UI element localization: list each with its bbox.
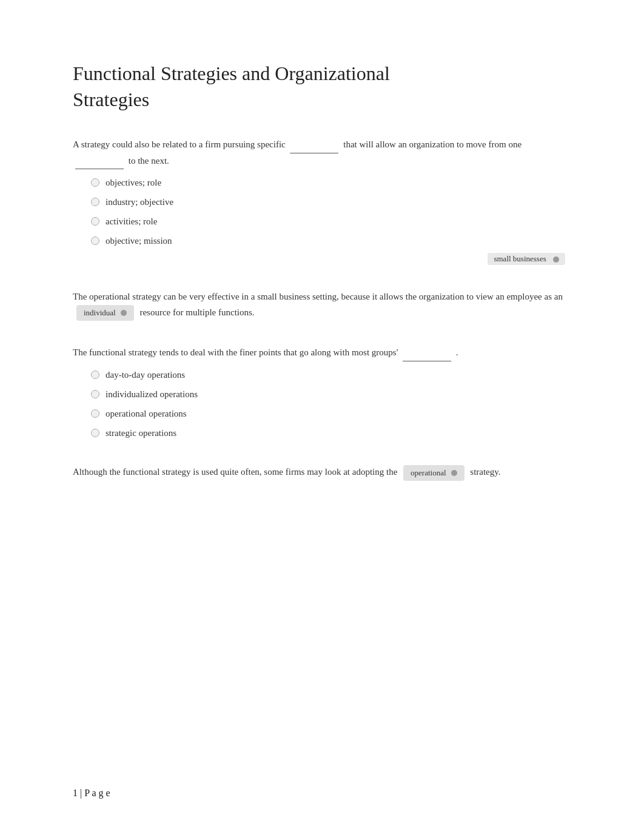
q3-options: day-to-day operations individualized ope…	[91, 367, 571, 440]
page-title: Functional Strategies and Organizational…	[73, 61, 571, 113]
radio-circle	[91, 390, 99, 398]
q2-text: The operational strategy can be very eff…	[73, 289, 571, 321]
radio-circle	[91, 409, 99, 418]
q3-option-4[interactable]: strategic operations	[91, 426, 571, 440]
q1-option-4[interactable]: objective; mission	[91, 233, 571, 248]
answer-dot	[553, 257, 559, 263]
q3-option-2[interactable]: individualized operations	[91, 387, 571, 401]
q3-text: The functional strategy tends to deal wi…	[73, 345, 571, 361]
radio-circle	[91, 371, 99, 379]
q4-answer-bubble: operational	[403, 465, 464, 481]
q1-blank1	[290, 137, 338, 153]
question-2: The operational strategy can be very eff…	[73, 289, 571, 321]
q1-text: A strategy could also be related to a fi…	[73, 137, 571, 169]
q1-option-1[interactable]: objectives; role	[91, 175, 571, 190]
radio-circle	[91, 429, 99, 437]
q1-option-3[interactable]: activities; role	[91, 214, 571, 229]
radio-circle	[91, 198, 99, 206]
answer-dot	[121, 310, 127, 316]
radio-circle	[91, 236, 99, 245]
q4-text: Although the functional strategy is used…	[73, 464, 571, 481]
q1-options: objectives; role industry; objective act…	[91, 175, 571, 248]
question-3: The functional strategy tends to deal wi…	[73, 345, 571, 440]
q2-answer-bubble: individual	[76, 305, 134, 321]
q3-option-1[interactable]: day-to-day operations	[91, 367, 571, 382]
page-footer: 1 | P a g e	[73, 788, 110, 799]
q1-blank2	[75, 153, 124, 170]
q1-option-2[interactable]: industry; objective	[91, 195, 571, 209]
radio-circle	[91, 178, 99, 187]
question-1: A strategy could also be related to a fi…	[73, 137, 571, 265]
answer-dot	[451, 470, 457, 476]
q1-answer-row: small businesses	[73, 253, 571, 265]
q3-option-3[interactable]: operational operations	[91, 406, 571, 421]
radio-circle	[91, 217, 99, 226]
q3-blank	[403, 345, 451, 361]
q1-answer-bubble: small businesses	[488, 253, 565, 265]
question-4: Although the functional strategy is used…	[73, 464, 571, 481]
